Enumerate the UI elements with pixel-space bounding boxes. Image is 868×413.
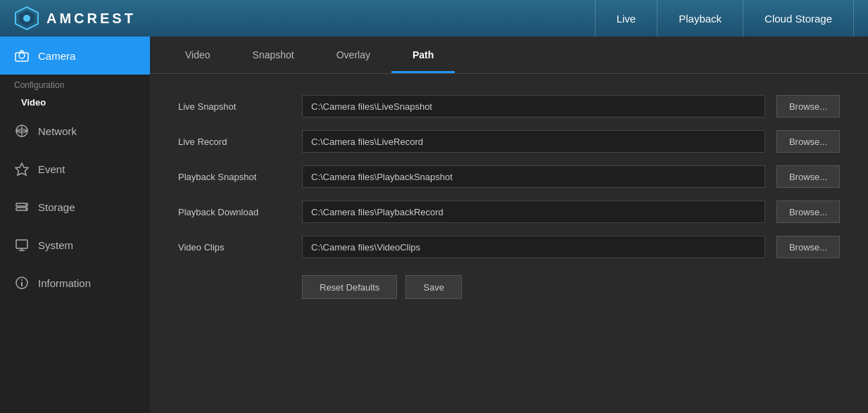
svg-rect-12 (16, 240, 27, 248)
svg-point-11 (25, 208, 27, 210)
network-icon (14, 123, 30, 139)
sidebar-config-label: Configuration (0, 75, 150, 93)
svg-point-10 (25, 204, 27, 205)
live-snapshot-browse[interactable]: Browse... (776, 95, 840, 117)
top-nav: AMCREST Live Playback Cloud Storage (0, 0, 868, 37)
tab-path[interactable]: Path (391, 37, 455, 73)
event-icon (14, 161, 30, 177)
playback-download-row: Playback Download Browse... (178, 201, 840, 223)
tab-video[interactable]: Video (164, 37, 232, 73)
sidebar-item-network[interactable]: Network (0, 112, 150, 150)
playback-snapshot-browse[interactable]: Browse... (776, 165, 840, 188)
save-button[interactable]: Save (405, 275, 462, 299)
video-clips-row: Video Clips Browse... (178, 236, 840, 258)
system-icon (14, 237, 30, 253)
live-record-browse[interactable]: Browse... (776, 130, 840, 153)
sidebar-sub-video[interactable]: Video (0, 93, 150, 112)
playback-snapshot-input[interactable] (302, 165, 765, 188)
camera-icon (14, 48, 30, 63)
tab-bar: Video Snapshot Overlay Path (150, 37, 868, 74)
sidebar-item-storage[interactable]: Storage (0, 188, 150, 226)
sidebar-item-information-label: Information (38, 277, 91, 289)
video-clips-input[interactable] (302, 236, 765, 258)
nav-live[interactable]: Live (595, 0, 658, 37)
nav-cloud-storage[interactable]: Cloud Storage (743, 0, 854, 37)
sidebar: Camera Configuration Video Network (0, 37, 150, 413)
live-record-row: Live Record Browse... (178, 130, 840, 153)
sidebar-item-storage-label: Storage (38, 201, 75, 213)
nav-links: Live Playback Cloud Storage (595, 0, 854, 37)
svg-point-2 (23, 15, 30, 22)
live-record-label: Live Record (178, 136, 291, 147)
main-layout: Camera Configuration Video Network (0, 37, 868, 413)
logo-text: AMCREST (46, 11, 136, 27)
path-form: Live Snapshot Browse... Live Record Brow… (150, 74, 868, 413)
tab-snapshot[interactable]: Snapshot (232, 37, 315, 73)
svg-rect-4 (15, 53, 28, 61)
playback-snapshot-label: Playback Snapshot (178, 172, 291, 182)
sidebar-item-system-label: System (38, 239, 73, 251)
playback-download-input[interactable] (302, 201, 765, 223)
svg-point-3 (19, 53, 25, 58)
sidebar-item-network-label: Network (38, 125, 77, 137)
information-icon (14, 275, 30, 291)
sidebar-item-event[interactable]: Event (0, 150, 150, 188)
logo-icon (14, 6, 39, 31)
sidebar-item-event-label: Event (38, 163, 65, 175)
playback-download-browse[interactable]: Browse... (776, 201, 840, 223)
live-snapshot-label: Live Snapshot (178, 101, 291, 112)
playback-snapshot-row: Playback Snapshot Browse... (178, 165, 840, 188)
sidebar-item-camera-label: Camera (38, 50, 75, 62)
sidebar-item-information[interactable]: Information (0, 264, 150, 302)
video-clips-label: Video Clips (178, 242, 291, 253)
logo: AMCREST (14, 6, 136, 31)
video-clips-browse[interactable]: Browse... (776, 236, 840, 258)
playback-download-label: Playback Download (178, 207, 291, 217)
content-area: Video Snapshot Overlay Path Live Snapsho… (150, 37, 868, 413)
form-actions: Reset Defaults Save (178, 275, 840, 299)
sidebar-item-system[interactable]: System (0, 226, 150, 264)
reset-defaults-button[interactable]: Reset Defaults (302, 275, 397, 299)
live-snapshot-input[interactable] (302, 95, 765, 117)
sidebar-item-camera[interactable]: Camera (0, 37, 150, 75)
svg-point-17 (21, 279, 23, 281)
tab-overlay[interactable]: Overlay (315, 37, 391, 73)
live-record-input[interactable] (302, 130, 765, 153)
nav-playback[interactable]: Playback (658, 0, 743, 37)
storage-icon (14, 199, 30, 215)
live-snapshot-row: Live Snapshot Browse... (178, 95, 840, 117)
